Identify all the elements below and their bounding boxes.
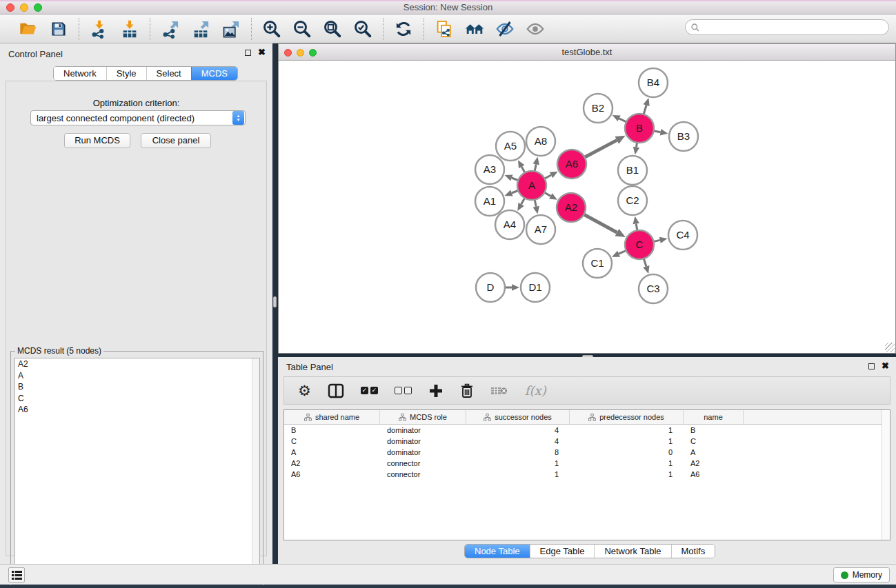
column-header-predecessor-nodes[interactable]: predecessor nodes: [570, 410, 684, 424]
open-session-icon[interactable]: [18, 19, 39, 39]
cell-shared-name[interactable]: A6: [284, 470, 380, 478]
minimize-window-button[interactable]: [20, 3, 28, 12]
result-item-a6[interactable]: A6: [15, 404, 259, 416]
tab-style[interactable]: Style: [106, 67, 146, 80]
first-neighbors-icon[interactable]: [464, 19, 485, 39]
column-header-shared-name[interactable]: shared name: [284, 410, 380, 424]
tab-mcds[interactable]: MCDS: [191, 67, 237, 80]
save-session-icon[interactable]: [48, 19, 69, 39]
task-history-button[interactable]: [8, 567, 25, 582]
cell-predecessor-nodes[interactable]: 1: [570, 459, 684, 467]
close-panel-icon[interactable]: ✖: [258, 49, 266, 56]
run-mcds-button[interactable]: Run MCDS: [64, 133, 130, 148]
tab-select[interactable]: Select: [146, 67, 191, 80]
cell-MCDS-role[interactable]: connector: [380, 459, 466, 467]
result-item-b[interactable]: B: [15, 381, 259, 393]
cell-shared-name[interactable]: B: [284, 426, 380, 434]
cell-MCDS-role[interactable]: dominator: [380, 426, 466, 434]
network-window-titlebar[interactable]: testGlobe.txt: [279, 44, 895, 61]
node-label-A7: A7: [535, 223, 547, 235]
cell-successor-nodes[interactable]: 4: [466, 437, 570, 445]
network-graph[interactable]: AA1A2A3A4A5A6A7A8BB1B2B3B4CC1C2C3C4DD1: [279, 61, 895, 353]
show-all-icon[interactable]: [525, 19, 546, 39]
table-scrollbar[interactable]: [882, 410, 890, 540]
cell-MCDS-role[interactable]: connector: [380, 470, 466, 478]
show-column-panel-icon[interactable]: [328, 383, 344, 398]
cell-successor-nodes[interactable]: 1: [466, 459, 570, 467]
cell-shared-name[interactable]: C: [284, 437, 380, 445]
column-header-successor-nodes[interactable]: successor nodes: [466, 410, 570, 424]
function-builder-icon[interactable]: f(x): [525, 383, 546, 398]
cell-predecessor-nodes[interactable]: 1: [570, 426, 684, 434]
network-minimize-button[interactable]: [297, 49, 304, 57]
float-panel-icon[interactable]: [245, 50, 251, 56]
tab-motifs[interactable]: Motifs: [671, 545, 715, 558]
result-list-scrollbar[interactable]: [252, 358, 259, 582]
cell-name[interactable]: A2: [684, 459, 744, 467]
table-float-panel-icon[interactable]: [868, 363, 875, 369]
add-column-icon[interactable]: [428, 383, 444, 398]
column-header-name[interactable]: name: [684, 410, 744, 424]
table-row[interactable]: Adominator80A: [284, 447, 890, 458]
table-row[interactable]: A6connector11A6: [284, 469, 890, 480]
mcds-result-list[interactable]: A2ABCA6: [14, 358, 260, 583]
cell-predecessor-nodes[interactable]: 1: [570, 437, 684, 445]
tab-network-table[interactable]: Network Table: [594, 545, 670, 558]
delete-column-icon[interactable]: [460, 383, 474, 398]
cell-successor-nodes[interactable]: 4: [466, 426, 570, 434]
cell-name[interactable]: C: [684, 437, 744, 445]
close-window-button[interactable]: [6, 3, 14, 12]
zoom-fit-icon[interactable]: [322, 19, 343, 39]
search-field[interactable]: [685, 19, 889, 35]
zoom-selected-icon[interactable]: [352, 19, 373, 39]
table-row[interactable]: Cdominator41C: [284, 436, 890, 447]
cell-successor-nodes[interactable]: 8: [466, 448, 570, 456]
tab-node-table[interactable]: Node Table: [465, 545, 530, 558]
select-all-checkboxes-icon[interactable]: ✓✓: [361, 387, 378, 394]
import-table-icon[interactable]: [119, 19, 140, 39]
zoom-in-icon[interactable]: [261, 19, 282, 39]
node-table[interactable]: shared nameMCDS rolesuccessor nodesprede…: [283, 409, 890, 540]
edge-arrow-C-C3: [643, 265, 649, 274]
result-item-a[interactable]: A: [15, 370, 259, 382]
cell-MCDS-role[interactable]: dominator: [380, 437, 466, 445]
tab-edge-table[interactable]: Edge Table: [530, 545, 595, 558]
network-canvas[interactable]: AA1A2A3A4A5A6A7A8BB1B2B3B4CC1C2C3C4DD1: [279, 61, 895, 353]
cell-MCDS-role[interactable]: dominator: [380, 448, 466, 456]
hide-selected-icon[interactable]: [495, 19, 515, 39]
table-row[interactable]: Bdominator41B: [284, 425, 890, 436]
cell-successor-nodes[interactable]: 1: [466, 470, 570, 478]
zoom-out-icon[interactable]: [292, 19, 312, 39]
memory-button[interactable]: Memory: [833, 567, 890, 582]
cell-name[interactable]: A: [684, 448, 744, 456]
tab-network[interactable]: Network: [54, 67, 106, 80]
search-input[interactable]: [700, 23, 888, 32]
duplicate-network-icon[interactable]: [434, 19, 455, 39]
delete-table-icon[interactable]: [490, 385, 508, 397]
table-row[interactable]: A2connector11A2: [284, 458, 890, 469]
table-options-gear-icon[interactable]: ⚙: [298, 384, 311, 398]
cell-predecessor-nodes[interactable]: 1: [570, 470, 684, 478]
export-network-icon[interactable]: [160, 19, 181, 39]
close-panel-button[interactable]: Close panel: [141, 133, 211, 148]
export-image-icon[interactable]: [221, 19, 241, 39]
zoom-window-button[interactable]: [34, 3, 42, 12]
cell-shared-name[interactable]: A: [284, 448, 380, 456]
column-header-MCDS-role[interactable]: MCDS role: [380, 410, 466, 424]
network-close-button[interactable]: [284, 49, 292, 57]
result-item-a2[interactable]: A2: [15, 358, 259, 370]
cell-name[interactable]: A6: [684, 470, 744, 478]
export-table-icon[interactable]: [190, 19, 211, 39]
vertical-split-divider[interactable]: [272, 43, 278, 564]
criterion-dropdown[interactable]: largest connected component (directed) ▲…: [30, 110, 246, 125]
window-resize-grip[interactable]: [885, 343, 895, 352]
cell-shared-name[interactable]: A2: [284, 459, 380, 467]
import-network-icon[interactable]: [89, 19, 110, 39]
cell-predecessor-nodes[interactable]: 0: [570, 448, 684, 456]
network-zoom-button[interactable]: [309, 49, 317, 57]
cell-name[interactable]: B: [684, 426, 744, 434]
deselect-all-checkboxes-icon[interactable]: [395, 387, 412, 394]
table-close-panel-icon[interactable]: ✖: [882, 363, 889, 369]
result-item-c[interactable]: C: [15, 393, 259, 405]
refresh-layout-icon[interactable]: [393, 19, 414, 39]
